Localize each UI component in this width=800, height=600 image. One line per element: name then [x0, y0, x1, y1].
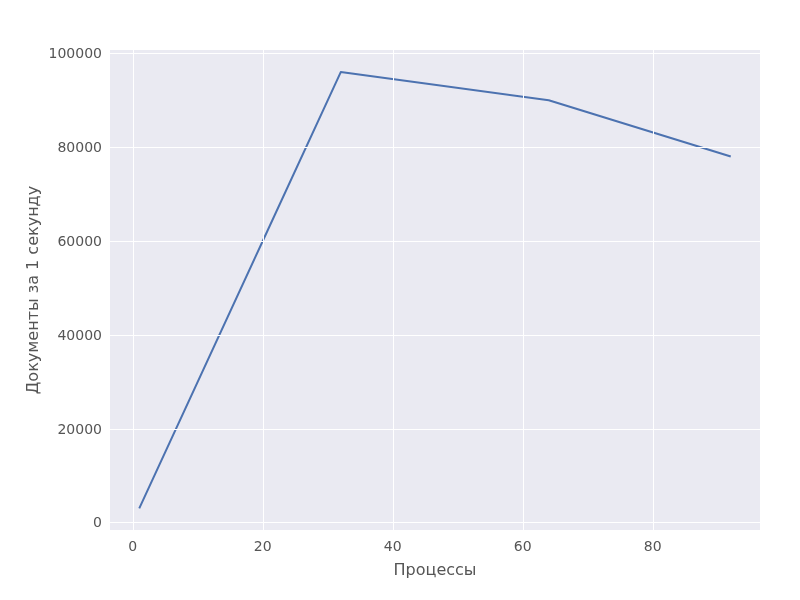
x-axis-label: Процессы — [394, 560, 477, 579]
x-tick-label: 40 — [384, 538, 402, 554]
y-tick-label: 80000 — [57, 139, 102, 155]
line-series — [110, 50, 760, 530]
line-path — [139, 72, 731, 508]
x-tick-label: 80 — [644, 538, 662, 554]
y-tick-label: 60000 — [57, 233, 102, 249]
grid-horizontal — [110, 241, 760, 242]
grid-vertical — [133, 50, 134, 530]
x-tick-label: 60 — [514, 538, 532, 554]
grid-horizontal — [110, 429, 760, 430]
grid-vertical — [653, 50, 654, 530]
x-tick-label: 0 — [128, 538, 137, 554]
grid-horizontal — [110, 53, 760, 54]
y-tick-label: 40000 — [57, 327, 102, 343]
plot-area — [110, 50, 760, 530]
grid-horizontal — [110, 522, 760, 523]
grid-vertical — [523, 50, 524, 530]
y-tick-label: 0 — [93, 514, 102, 530]
grid-horizontal — [110, 147, 760, 148]
y-tick-label: 100000 — [49, 45, 102, 61]
x-tick-label: 20 — [254, 538, 272, 554]
grid-vertical — [263, 50, 264, 530]
y-axis-label: Документы за 1 секунду — [23, 186, 42, 394]
figure: Процессы Документы за 1 секунду 02040608… — [0, 0, 800, 600]
grid-vertical — [393, 50, 394, 530]
y-tick-label: 20000 — [57, 421, 102, 437]
grid-horizontal — [110, 335, 760, 336]
